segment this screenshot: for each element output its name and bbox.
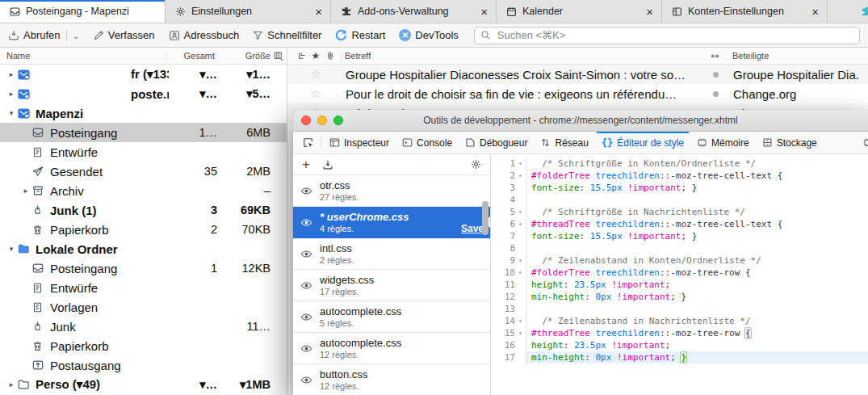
options-gear-icon[interactable] — [471, 159, 481, 170]
devtools-titlebar[interactable]: Outils de développement - chrome://messe… — [293, 110, 868, 132]
twisty-icon[interactable]: ▾ — [5, 245, 18, 253]
search-box[interactable] — [474, 27, 860, 44]
sidebar-scrollbar[interactable] — [482, 201, 489, 235]
folder-row-papierkorb[interactable]: Papierkorb270KB — [0, 220, 287, 239]
column-header-name[interactable]: Name — [6, 51, 166, 61]
compose-button[interactable]: Verfassen — [94, 29, 155, 41]
message-row-2[interactable]: ☆Pour le droit de choisir sa fin de vie … — [287, 84, 868, 103]
new-stylesheet-button[interactable]: + — [302, 158, 310, 170]
devtools-tab-inspecteur[interactable]: Inspecteur — [323, 132, 396, 153]
attachment-column-icon[interactable] — [323, 51, 338, 61]
chevron-down-icon[interactable]: ⌄ — [73, 32, 80, 40]
close-window-button[interactable] — [301, 116, 311, 125]
eye-visibility-icon[interactable] — [300, 185, 312, 197]
eye-visibility-icon[interactable] — [300, 216, 312, 229]
folder-row-postausgang[interactable]: Postausgang — [0, 355, 287, 375]
tab-kalender[interactable]: Kalender× — [497, 0, 662, 23]
stylesheet-item-autocomplete-css-4[interactable]: autocomplete.css5 règles. — [293, 301, 490, 333]
tab-posteingang-mapenzi[interactable]: Posteingang - Mapenzi — [0, 0, 166, 23]
minimize-window-button[interactable] — [317, 116, 327, 125]
import-stylesheet-icon[interactable] — [322, 159, 333, 170]
folder-row-mapenzi[interactable]: ▾Mapenzi — [0, 103, 287, 123]
quick-filter-button[interactable]: Schnellfilter — [253, 29, 321, 41]
star-icon[interactable]: ☆ — [308, 86, 323, 101]
tab-close-icon[interactable]: × — [644, 5, 655, 19]
folder-row-perso-49[interactable]: ▸Perso (▾49)▾…▾1MB — [0, 375, 287, 394]
folder-size: ▾1… — [217, 68, 270, 81]
fold-arrow-icon[interactable]: ▾ — [515, 218, 526, 230]
save-link[interactable]: Save — [461, 223, 484, 234]
addon-puzzle-icon[interactable] — [861, 6, 868, 17]
pick-element-icon[interactable] — [296, 132, 321, 153]
folder-row-posteingang[interactable]: Posteingang1…6MB — [0, 123, 287, 142]
fold-arrow-icon[interactable]: ▾ — [515, 170, 526, 182]
read-status-column-icon[interactable] — [705, 53, 724, 59]
thread-column-icon[interactable] — [294, 52, 308, 61]
tab-einstellungen[interactable]: Einstellungen× — [166, 0, 331, 23]
folder-name: Vorlagen — [50, 300, 169, 314]
eye-visibility-icon[interactable] — [300, 342, 312, 355]
read-status-dot[interactable] — [713, 91, 719, 97]
folder-row-archiv[interactable]: ▸Archiv– — [0, 181, 287, 200]
css-source-editor[interactable]: 1▾ /* Schriftgröße in Konten/Ordnerliste… — [491, 154, 868, 395]
twisty-icon[interactable]: ▸ — [5, 380, 18, 389]
eye-visibility-icon[interactable] — [300, 248, 312, 260]
tab-close-icon[interactable]: × — [479, 5, 489, 19]
twisty-icon[interactable]: ▸ — [19, 187, 32, 195]
read-status-dot[interactable] — [713, 72, 719, 78]
column-header-subject[interactable]: Betreff — [345, 51, 705, 61]
more-tools-icon[interactable] — [863, 137, 868, 148]
tab-add-ons-verwaltung[interactable]: Add-ons-Verwaltung× — [331, 0, 497, 23]
column-header-correspondents[interactable]: Beteiligte — [724, 51, 868, 61]
folder-row-vorlagen[interactable]: Vorlagen — [0, 297, 287, 317]
stylesheet-item-button-css-6[interactable]: button.css12 règles. — [293, 364, 490, 395]
star-column-icon[interactable]: ★ — [308, 50, 323, 61]
devtools-tab-diteur-de-style[interactable]: {}Éditeur de style — [595, 132, 690, 153]
folder-row-gesendet[interactable]: Gesendet352MB — [0, 162, 287, 181]
eye-visibility-icon[interactable] — [300, 311, 312, 323]
fold-arrow-icon[interactable]: ▾ — [515, 254, 526, 267]
column-header-total[interactable]: Gesamt — [166, 51, 215, 61]
column-picker-icon[interactable] — [270, 51, 287, 61]
fold-arrow-icon[interactable]: ▾ — [515, 158, 526, 170]
stylesheet-item-otr-css-0[interactable]: otr.css27 règles. — [293, 175, 490, 207]
folder-row-junk[interactable]: Junk11… — [0, 317, 287, 336]
stylesheet-item-autocomplete-css-5[interactable]: autocomplete.css12 règles. — [293, 333, 490, 364]
column-header-size[interactable]: Größe — [215, 51, 270, 61]
twisty-icon[interactable]: ▾ — [5, 109, 18, 117]
folder-row-junk-1[interactable]: Junk (1)369KB — [0, 200, 287, 220]
zoom-window-button[interactable] — [333, 116, 343, 125]
devtools-tab-stockage[interactable]: Stockage — [756, 132, 824, 153]
devtools-tab-m-moire[interactable]: Mémoire — [690, 132, 756, 153]
folder-size: ▾5… — [217, 87, 270, 100]
eye-visibility-icon[interactable] — [300, 279, 312, 292]
folder-row-lokale-ordner[interactable]: ▾Lokale Ordner — [0, 239, 287, 258]
restart-button[interactable]: Restart — [335, 29, 385, 41]
search-input[interactable] — [496, 28, 853, 42]
eye-visibility-icon[interactable] — [300, 374, 312, 386]
get-mail-button[interactable]: Abrufen ⌄ — [8, 29, 80, 41]
twisty-icon[interactable]: ▸ — [5, 70, 18, 78]
folder-row-entw-rfe[interactable]: Entwürfe — [0, 142, 287, 162]
devtools-button[interactable]: ✕ DevTools — [399, 29, 458, 41]
stylesheet-item-intl-css-2[interactable]: intl.css2 règles. — [293, 238, 490, 270]
message-row-1[interactable]: ☆Groupe Hospitalier Diaconesses Croix Sa… — [287, 65, 868, 84]
stylesheet-item-userchrome-css-1[interactable]: * userChrome.css4 règles.Save — [293, 207, 490, 238]
fold-arrow-icon[interactable]: ▾ — [515, 206, 526, 218]
folder-row-papierkorb[interactable]: Papierkorb — [0, 336, 287, 355]
fold-arrow-icon[interactable]: ▾ — [515, 327, 526, 339]
tab-close-icon[interactable]: × — [313, 5, 324, 19]
address-book-button[interactable]: Adressbuch — [169, 29, 240, 41]
tab-konten-einstellungen[interactable]: Konten-Einstellungen× — [662, 0, 828, 23]
devtools-tab-r-seau[interactable]: Réseau — [534, 132, 594, 153]
devtools-tab-d-bogueur[interactable]: Débogueur — [459, 132, 534, 153]
folder-row-posteingang[interactable]: Posteingang112KB — [0, 258, 287, 278]
fold-arrow-icon[interactable]: ▾ — [515, 267, 526, 279]
fold-arrow-icon[interactable]: ▾ — [515, 315, 526, 327]
folder-row-entw-rfe[interactable]: Entwürfe — [0, 278, 287, 297]
devtools-tab-console[interactable]: Console — [396, 132, 459, 153]
twisty-icon[interactable]: ▸ — [5, 90, 18, 98]
stylesheet-item-widgets-css-3[interactable]: widgets.css17 règles. — [293, 270, 490, 301]
star-icon[interactable]: ☆ — [308, 67, 323, 82]
tab-close-icon[interactable]: × — [810, 5, 820, 19]
